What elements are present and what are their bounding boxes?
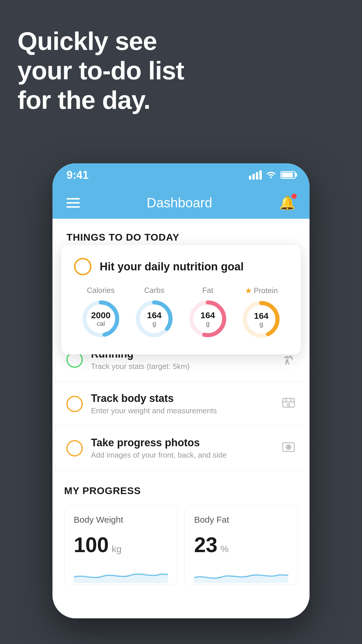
carbs-donut: 164 g bbox=[134, 298, 175, 339]
todo-title-bodystats: Track body stats bbox=[91, 392, 273, 405]
phone-mockup: 9:41 Dashboard 🔔 THINGS TO bbox=[52, 163, 310, 618]
status-time: 9:41 bbox=[66, 169, 89, 181]
card-header: Hit your daily nutrition goal bbox=[74, 258, 288, 275]
body-weight-unit: kg bbox=[112, 544, 122, 554]
body-weight-number: 100 bbox=[74, 533, 109, 557]
nav-bar: Dashboard 🔔 bbox=[52, 187, 310, 219]
body-fat-value: 23 % bbox=[194, 533, 288, 557]
todo-circle-photos bbox=[66, 440, 83, 456]
todo-circle-bodystats bbox=[66, 396, 83, 412]
svg-point-15 bbox=[287, 446, 290, 448]
todo-text-bodystats: Track body stats Enter your weight and m… bbox=[91, 392, 273, 415]
nutrition-carbs: Carbs 164 g bbox=[134, 286, 175, 339]
photo-icon bbox=[282, 440, 296, 456]
hamburger-menu[interactable] bbox=[66, 198, 80, 208]
carbs-label: Carbs bbox=[144, 286, 164, 295]
body-weight-title: Body Weight bbox=[74, 515, 168, 525]
protein-label: ★ Protein bbox=[245, 286, 278, 295]
body-weight-wave bbox=[74, 563, 168, 583]
status-icons bbox=[249, 170, 296, 181]
body-weight-card[interactable]: Body Weight 100 kg bbox=[64, 505, 178, 584]
signal-icon bbox=[249, 170, 262, 180]
progress-section: MY PROGRESS Body Weight 100 kg B bbox=[52, 470, 310, 584]
todo-text-photos: Take progress photos Add images of your … bbox=[91, 437, 273, 460]
hero-line1: Quickly see bbox=[17, 26, 184, 56]
progress-heading: MY PROGRESS bbox=[64, 485, 298, 496]
nutrition-protein: ★ Protein 164 g bbox=[241, 286, 282, 340]
todo-subtitle-bodystats: Enter your weight and measurements bbox=[91, 406, 273, 415]
body-fat-number: 23 bbox=[194, 533, 217, 557]
nutrition-fat: Fat 164 g bbox=[187, 286, 228, 339]
calories-value: 2000 cal bbox=[91, 310, 110, 328]
notification-dot bbox=[291, 194, 297, 199]
carbs-value: 164 g bbox=[147, 310, 161, 328]
battery-icon bbox=[280, 171, 296, 179]
todo-body-stats[interactable]: Track body stats Enter your weight and m… bbox=[52, 382, 310, 426]
body-weight-value: 100 kg bbox=[74, 533, 168, 557]
body-fat-wave bbox=[194, 563, 288, 583]
wifi-icon bbox=[266, 170, 276, 181]
body-fat-title: Body Fat bbox=[194, 515, 288, 525]
notification-bell[interactable]: 🔔 bbox=[279, 195, 296, 211]
protein-donut: 164 g bbox=[241, 299, 282, 340]
todo-photos[interactable]: Take progress photos Add images of your … bbox=[52, 426, 310, 470]
todo-subtitle-photos: Add images of your front, back, and side bbox=[91, 451, 273, 460]
calories-donut: 2000 cal bbox=[80, 298, 121, 339]
body-fat-card[interactable]: Body Fat 23 % bbox=[184, 505, 298, 584]
fat-value: 164 g bbox=[201, 310, 215, 328]
nav-title: Dashboard bbox=[147, 195, 212, 211]
fat-label: Fat bbox=[202, 286, 213, 295]
svg-point-12 bbox=[287, 404, 290, 406]
calories-label: Calories bbox=[87, 286, 115, 295]
hero-line3: for the day. bbox=[17, 85, 184, 115]
task-circle-nutrition[interactable] bbox=[74, 258, 92, 275]
main-content: THINGS TO DO TODAY Hit your daily nutrit… bbox=[52, 219, 310, 618]
body-fat-unit: % bbox=[220, 544, 229, 554]
todo-subtitle-running: Track your stats (target: 5km) bbox=[91, 362, 273, 371]
todo-title-photos: Take progress photos bbox=[91, 437, 273, 449]
nutrition-row: Calories 2000 cal Carbs bbox=[74, 286, 288, 340]
nutrition-calories: Calories 2000 cal bbox=[80, 286, 121, 339]
card-title: Hit your daily nutrition goal bbox=[100, 260, 244, 273]
status-bar: 9:41 bbox=[52, 163, 310, 187]
star-icon: ★ bbox=[245, 286, 252, 295]
todo-list: Running Track your stats (target: 5km) T… bbox=[52, 337, 310, 470]
protein-value: 164 g bbox=[254, 311, 268, 328]
nutrition-card: Hit your daily nutrition goal Calories 2… bbox=[61, 245, 301, 354]
scale-icon bbox=[282, 396, 296, 412]
fat-donut: 164 g bbox=[187, 298, 228, 339]
hero-text: Quickly see your to-do list for the day. bbox=[17, 26, 184, 115]
progress-cards: Body Weight 100 kg Body Fat 23 % bbox=[64, 505, 298, 584]
hero-line2: your to-do list bbox=[17, 56, 184, 85]
